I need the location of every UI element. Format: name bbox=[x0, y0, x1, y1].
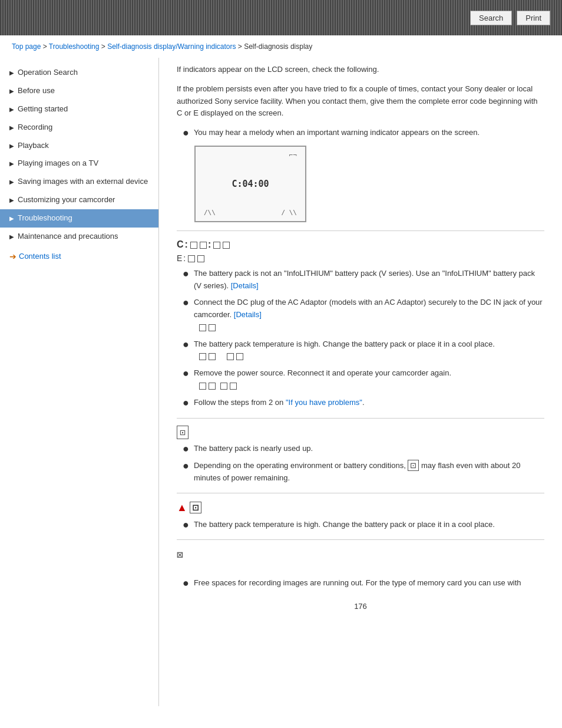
bullet-item-9: ● The battery pack temperature is high. … bbox=[183, 519, 544, 532]
details-link-2[interactable]: [Details] bbox=[234, 310, 262, 319]
arrow-icon: ▶ bbox=[9, 160, 14, 167]
bullet-dot: ● bbox=[183, 297, 189, 309]
sidebar: ▶ Operation Search ▶ Before use ▶ Gettin… bbox=[0, 58, 159, 706]
divider-2 bbox=[177, 418, 544, 419]
bullet-item-10: ● Free spaces for recording images are r… bbox=[183, 577, 544, 590]
arrow-icon: ▶ bbox=[9, 142, 14, 150]
bullet-item-4: ● The battery pack temperature is high. … bbox=[183, 338, 544, 363]
square-icon bbox=[199, 383, 206, 390]
sidebar-item-label: Playback bbox=[18, 141, 49, 151]
arrow-icon: ▶ bbox=[9, 87, 14, 95]
print-button[interactable]: Print bbox=[517, 11, 550, 25]
memory-card-icon: ⊠ bbox=[177, 548, 183, 561]
bullet-item-5: ● Remove the power source. Reconnect it … bbox=[183, 367, 544, 392]
section1-symbol: C:: bbox=[177, 239, 544, 250]
square-icon bbox=[209, 353, 216, 360]
square-icon bbox=[199, 353, 206, 360]
breadcrumb-troubleshooting[interactable]: Troubleshooting bbox=[49, 42, 100, 51]
bullet-dot: ● bbox=[183, 127, 189, 140]
search-button[interactable]: Search bbox=[470, 11, 512, 25]
sidebar-item-label: Troubleshooting bbox=[18, 213, 72, 223]
main-content: If indicators appear on the LCD screen, … bbox=[159, 58, 562, 706]
bullet-text: The battery pack temperature is high. Ch… bbox=[194, 338, 495, 363]
bullet-item-8: ● Depending on the operating environment… bbox=[183, 460, 544, 485]
bullet-item-3: ● Connect the DC plug of the AC Adaptor … bbox=[183, 297, 544, 333]
memory-symbol: ⊠ bbox=[177, 548, 544, 561]
square-icon bbox=[209, 383, 216, 390]
square-icon bbox=[236, 353, 243, 360]
bullet-dot: ● bbox=[183, 519, 189, 532]
contents-arrow-icon: ➔ bbox=[9, 252, 16, 261]
square-icon bbox=[209, 324, 216, 331]
arrow-icon: ▶ bbox=[9, 106, 14, 113]
if-you-have-problems-link[interactable]: "If you have problems" bbox=[286, 398, 362, 407]
bullet-text: Free spaces for recording images are run… bbox=[194, 577, 521, 589]
bullet-text: The battery pack is nearly used up. bbox=[194, 443, 313, 455]
sidebar-item-label: Getting started bbox=[18, 104, 68, 114]
breadcrumb-current: Self-diagnosis display bbox=[244, 42, 312, 51]
sidebar-item-playing-images[interactable]: ▶ Playing images on a TV bbox=[0, 154, 158, 173]
sidebar-item-label: Customizing your camcorder bbox=[18, 195, 115, 205]
square-icon bbox=[197, 255, 204, 262]
breadcrumb-top-page[interactable]: Top page bbox=[12, 42, 41, 51]
sidebar-item-before-use[interactable]: ▶ Before use bbox=[0, 82, 158, 100]
contents-list-link[interactable]: ➔ Contents list bbox=[0, 246, 158, 267]
battery-icon: ⊡ bbox=[177, 426, 189, 439]
battery-inline-icon: ⊡ bbox=[408, 460, 419, 471]
intro-line1: If indicators appear on the LCD screen, … bbox=[177, 64, 544, 76]
display-image: ⌐¬ /\\ / \\ C:04:00 bbox=[194, 146, 306, 222]
sidebar-item-label: Recording bbox=[18, 123, 52, 133]
warning-box-icon: ⊡ bbox=[190, 502, 201, 513]
battery-symbol: ⊡ bbox=[177, 427, 544, 438]
square-icon bbox=[223, 242, 230, 249]
contents-list-label: Contents list bbox=[19, 252, 61, 261]
sidebar-item-troubleshooting[interactable]: ▶ Troubleshooting bbox=[0, 209, 158, 228]
square-icon bbox=[190, 242, 197, 249]
sidebar-item-playback[interactable]: ▶ Playback bbox=[0, 137, 158, 155]
arrow-icon: ▶ bbox=[9, 69, 14, 77]
section1-sub: E: bbox=[177, 253, 544, 263]
bullet-dot: ● bbox=[183, 460, 189, 473]
divider-1 bbox=[177, 230, 544, 231]
intro-line2: If the problem persists even after you h… bbox=[177, 83, 544, 120]
bullet-item-2: ● The battery pack is not an "InfoLITHIU… bbox=[183, 268, 544, 292]
bullet-dot: ● bbox=[183, 338, 189, 351]
bullet-text: Remove the power source. Reconnect it an… bbox=[194, 367, 451, 392]
sidebar-item-getting-started[interactable]: ▶ Getting started bbox=[0, 100, 158, 118]
square-icon bbox=[200, 242, 207, 249]
bullet-dot: ● bbox=[183, 268, 189, 281]
bullet-dot: ● bbox=[183, 397, 189, 410]
square-icon bbox=[213, 242, 220, 249]
bullet-item-1: ● You may hear a melody when an importan… bbox=[183, 127, 544, 140]
details-link-1[interactable]: [Details] bbox=[231, 281, 259, 290]
bullet-item-6: ● Follow the steps from 2 on "If you hav… bbox=[183, 397, 544, 410]
arrow-icon: ▶ bbox=[9, 196, 14, 204]
section-warning: ▲⊡ ● The battery pack temperature is hig… bbox=[177, 502, 544, 532]
bullet-text: The battery pack is not an "InfoLITHIUM"… bbox=[194, 268, 544, 292]
top-bar: Search Print bbox=[0, 0, 562, 35]
sidebar-item-label: Maintenance and precautions bbox=[18, 232, 118, 242]
sidebar-item-label: Saving images with an external device bbox=[18, 177, 148, 187]
sidebar-item-recording[interactable]: ▶ Recording bbox=[0, 118, 158, 137]
divider-3 bbox=[177, 493, 544, 493]
square-icon bbox=[230, 383, 237, 390]
arrow-icon: ▶ bbox=[9, 215, 14, 222]
bullet-text: The battery pack temperature is high. Ch… bbox=[194, 519, 495, 531]
divider-4 bbox=[177, 539, 544, 540]
breadcrumb-self-diagnosis-link[interactable]: Self-diagnosis display/Warning indicator… bbox=[107, 42, 236, 51]
bullet-text: You may hear a melody when an important … bbox=[194, 127, 480, 139]
breadcrumb: Top page > Troubleshooting > Self-diagno… bbox=[0, 35, 562, 58]
bullet-item-7: ● The battery pack is nearly used up. bbox=[183, 443, 544, 456]
bullet-dot: ● bbox=[183, 577, 189, 590]
square-icon bbox=[199, 324, 206, 331]
arrow-icon: ▶ bbox=[9, 124, 14, 131]
sidebar-item-customizing[interactable]: ▶ Customizing your camcorder bbox=[0, 191, 158, 209]
sidebar-item-operation-search[interactable]: ▶ Operation Search bbox=[0, 64, 158, 82]
layout: ▶ Operation Search ▶ Before use ▶ Gettin… bbox=[0, 58, 562, 706]
arrow-icon: ▶ bbox=[9, 233, 14, 241]
square-icon bbox=[220, 383, 227, 390]
sidebar-item-maintenance[interactable]: ▶ Maintenance and precautions bbox=[0, 228, 158, 246]
page-number: 176 bbox=[177, 602, 544, 611]
section-battery: ⊡ ● The battery pack is nearly used up. … bbox=[177, 427, 544, 485]
sidebar-item-saving-images[interactable]: ▶ Saving images with an external device bbox=[0, 173, 158, 191]
